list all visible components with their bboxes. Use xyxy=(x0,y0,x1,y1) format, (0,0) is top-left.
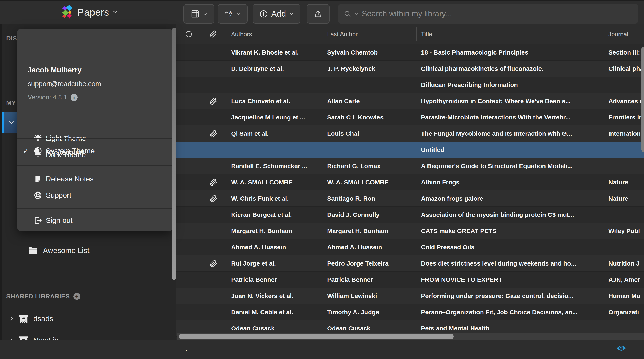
person-icon xyxy=(33,148,42,157)
cell-journal: Nature xyxy=(608,174,644,190)
cell-last-author: Timothy A. Judge xyxy=(327,304,417,320)
search-icon xyxy=(344,10,352,18)
add-button[interactable]: Add xyxy=(252,4,300,23)
column-header-title[interactable]: Title xyxy=(421,24,604,44)
info-icon[interactable]: i xyxy=(70,94,78,101)
cell-last-author: Pedro Jorge Teixeira xyxy=(327,255,417,272)
table-row[interactable]: Rui Jorge et al. Pedro Jorge Teixeira Do… xyxy=(176,255,644,272)
cell-title: 18 - Basic Pharmacologic Principles xyxy=(421,44,604,60)
cell-last-author: Sylvain Chemtob xyxy=(327,44,417,60)
cell-journal xyxy=(608,142,644,158)
cell-last-author: William Lewinski xyxy=(327,288,417,304)
plus-circle-icon xyxy=(259,9,268,18)
column-header-authors[interactable]: Authors xyxy=(231,24,323,44)
library-search-field[interactable] xyxy=(338,4,638,23)
chevron-right-icon[interactable] xyxy=(9,316,14,322)
cell-authors: Margaret H. Bonham xyxy=(231,223,323,239)
menu-item-label: My Account xyxy=(46,144,84,160)
cell-authors: W. A. SMALLCOMBE xyxy=(231,174,323,190)
cell-journal: Section III: xyxy=(608,44,644,60)
cell-journal: Organizati xyxy=(608,304,644,320)
cell-authors: Jacqueline M Leung et ... xyxy=(231,109,323,125)
table-row[interactable]: Margaret H. Bonham Margaret H. Bonham CA… xyxy=(176,223,644,239)
horizontal-scrollbar[interactable] xyxy=(177,333,644,340)
cell-last-author: Margaret H. Bonham xyxy=(327,223,417,239)
export-button[interactable] xyxy=(307,4,330,23)
menu-item-release-notes[interactable]: Release Notes xyxy=(18,171,172,187)
sidebar-section-discover: DIS xyxy=(6,35,17,42)
version-label: Version: 4.8.1 xyxy=(28,94,67,101)
cell-title: Parasite-Microbiota Interactions With th… xyxy=(421,109,604,125)
table-row-selected[interactable]: Untitled xyxy=(176,142,644,158)
horizontal-scrollbar-thumb[interactable] xyxy=(179,334,454,339)
reference-table: Authors Last Author Title Journal Vikran… xyxy=(176,24,644,359)
cell-last-author: Richard G. Lomax xyxy=(327,158,417,174)
chevron-down-icon xyxy=(289,12,294,16)
column-header-last-author[interactable]: Last Author xyxy=(327,24,417,44)
table-row[interactable]: Luca Chiovato et al. Allan Carle Hypothy… xyxy=(176,93,644,109)
search-scope-chevron-icon[interactable] xyxy=(354,12,358,16)
cell-title: FROM NOVICE TO EXPERT xyxy=(421,272,604,288)
paperclip-icon xyxy=(210,195,217,203)
paperclip-icon xyxy=(210,130,217,138)
table-row[interactable]: D. Debruyne et al. J. P. Ryckelynck Clin… xyxy=(176,60,644,77)
table-row[interactable]: Patricia Benner Patricia Benner FROM NOV… xyxy=(176,272,644,288)
sidebar-item-shared-library[interactable] xyxy=(0,285,176,305)
column-divider[interactable] xyxy=(604,27,604,41)
table-row[interactable]: Randall E. Schumacker ... Richard G. Lom… xyxy=(176,158,644,174)
sidebar-section-my-library: MY xyxy=(6,99,16,106)
sidebar-item-library-dsads[interactable]: dsads xyxy=(0,309,176,329)
cell-journal: Nutrition J xyxy=(608,255,644,272)
table-row[interactable]: W. A. SMALLCOMBE W. A. SMALLCOMBE Albino… xyxy=(176,174,644,190)
attachment-column-icon[interactable] xyxy=(210,30,217,38)
cell-last-author: Allan Carle xyxy=(327,93,417,109)
cell-title: The Fungal Mycobiome and Its Interaction… xyxy=(421,125,604,142)
menu-item-sign-out[interactable]: Sign out xyxy=(18,212,172,229)
paperclip-icon xyxy=(210,98,217,105)
cell-last-author: Ahmed A. Hussein xyxy=(327,239,417,255)
cell-title: Amazon frogs galore xyxy=(421,190,604,207)
table-vertical-scrollbar-thumb[interactable] xyxy=(641,47,644,152)
chevron-down-icon[interactable] xyxy=(8,119,15,126)
add-button-label: Add xyxy=(271,9,286,18)
table-row[interactable]: Joan N. Vickers et al. William Lewinski … xyxy=(176,288,644,304)
sidebar-scrollbar-thumb[interactable] xyxy=(172,28,176,280)
table-header-row: Authors Last Author Title Journal xyxy=(176,24,644,44)
menu-item-support[interactable]: Support xyxy=(18,187,172,203)
menu-item-my-account[interactable]: My Account xyxy=(18,144,172,160)
sidebar-item-awesome-list[interactable]: Awesome List xyxy=(0,240,176,261)
table-row[interactable]: Daniel M. Cable et al. Timothy A. Judge … xyxy=(176,304,644,320)
table-row[interactable]: W. Chris Funk et al. Santiago R. Ron Ama… xyxy=(176,190,644,207)
column-divider[interactable] xyxy=(416,27,417,41)
cell-title: CATS make GREAT PETS xyxy=(421,223,604,239)
cell-authors: Joan N. Vickers et al. xyxy=(231,288,323,304)
column-divider[interactable] xyxy=(202,27,202,41)
cell-authors xyxy=(231,142,323,158)
table-row[interactable]: Ahmed A. Hussein Ahmed A. Hussein Cold P… xyxy=(176,239,644,255)
read-status-column-icon[interactable] xyxy=(186,31,192,37)
view-layout-button[interactable] xyxy=(184,4,214,23)
cell-last-author xyxy=(327,142,417,158)
sidebar-item-label: Awesome List xyxy=(43,246,89,255)
column-header-journal[interactable]: Journal xyxy=(608,24,644,44)
cell-title: A Beginner's Guide to Structural Equatio… xyxy=(421,158,604,174)
table-row[interactable]: Vikrant K. Bhosle et al. Sylvain Chemtob… xyxy=(176,44,644,60)
column-divider[interactable] xyxy=(227,27,227,41)
papers-logo-icon xyxy=(62,5,74,19)
search-input[interactable] xyxy=(362,9,632,18)
svg-text:A: A xyxy=(229,10,232,14)
column-divider[interactable] xyxy=(321,27,321,41)
cell-journal xyxy=(608,77,644,93)
cell-authors: Patricia Benner xyxy=(231,272,323,288)
cell-journal: Frontiers in xyxy=(608,109,644,125)
sort-button[interactable]: A Z xyxy=(218,4,248,23)
table-row[interactable]: Qi Sam et al. Louis Chai The Fungal Myco… xyxy=(176,125,644,142)
preview-eye-icon[interactable] xyxy=(616,345,626,352)
cell-title: Hypothyroidism in Context: Where We've B… xyxy=(421,93,604,109)
app-logo-menu[interactable]: Papers xyxy=(62,4,118,20)
cell-authors: D. Debruyne et al. xyxy=(231,60,323,77)
upload-tray-icon xyxy=(314,9,323,18)
table-row[interactable]: Diflucan Prescribing Information xyxy=(176,77,644,93)
table-row[interactable]: Kieran Borgeat et al. David J. Connolly … xyxy=(176,207,644,223)
table-row[interactable]: Jacqueline M Leung et ... Sarah C L Know… xyxy=(176,109,644,125)
